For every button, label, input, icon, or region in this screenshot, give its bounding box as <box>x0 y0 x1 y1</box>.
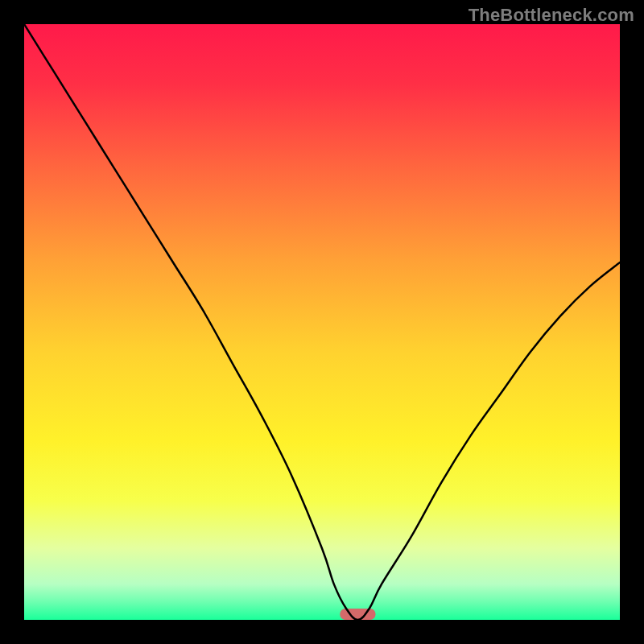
bottleneck-chart <box>24 24 620 620</box>
watermark-text: TheBottleneck.com <box>469 5 634 26</box>
optimal-marker <box>340 609 375 620</box>
chart-background <box>24 24 620 620</box>
chart-frame: TheBottleneck.com <box>0 0 644 644</box>
